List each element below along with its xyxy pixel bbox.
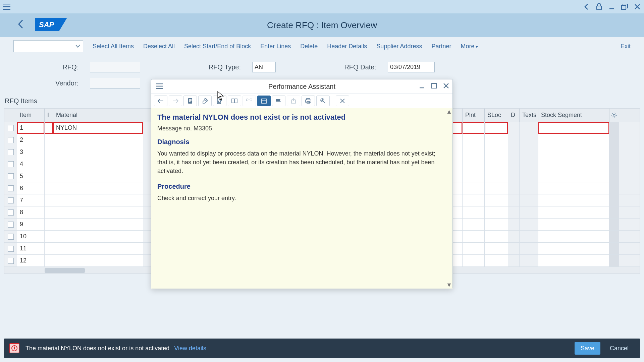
cell-stock[interactable]: [538, 146, 609, 158]
col-stock[interactable]: Stock Segment: [538, 109, 609, 122]
row-select[interactable]: [4, 194, 17, 206]
dialog-titlebar[interactable]: Performance Assistant: [151, 79, 452, 94]
command-combo[interactable]: [13, 40, 83, 52]
col-material[interactable]: Material: [53, 109, 143, 122]
dlg-export-icon[interactable]: [287, 96, 300, 106]
cell-texts[interactable]: [520, 134, 538, 146]
col-item[interactable]: Item: [17, 109, 45, 122]
delete-button[interactable]: Delete: [300, 43, 318, 50]
cell-stock[interactable]: [538, 170, 609, 182]
cell-d[interactable]: [508, 231, 520, 242]
cell-material[interactable]: [53, 182, 143, 194]
cell-material[interactable]: [53, 255, 143, 266]
minimize-icon[interactable]: [608, 3, 616, 11]
cell-item[interactable]: 10: [17, 231, 45, 242]
dlg-bookmark-icon[interactable]: [228, 96, 241, 106]
cell-sloc[interactable]: [485, 122, 508, 134]
rfq-type-input[interactable]: AN: [252, 62, 276, 72]
dialog-maximize-icon[interactable]: [431, 83, 437, 90]
cell-stock[interactable]: [538, 206, 609, 218]
select-all-header[interactable]: [4, 109, 17, 122]
close-icon[interactable]: [633, 3, 641, 11]
cell-material[interactable]: [53, 134, 143, 146]
row-select[interactable]: [4, 170, 17, 182]
cell-d[interactable]: [508, 255, 520, 266]
cell-i[interactable]: [45, 122, 53, 134]
cell-material[interactable]: [53, 158, 143, 170]
dlg-back-icon[interactable]: [154, 96, 167, 106]
cell-plnt[interactable]: [463, 170, 485, 182]
cell-material[interactable]: NYLON: [53, 122, 143, 134]
cell-material[interactable]: [53, 194, 143, 206]
dlg-link-icon[interactable]: [243, 96, 256, 106]
cell-texts[interactable]: [520, 231, 538, 242]
dialog-close-icon[interactable]: [443, 83, 449, 90]
cell-d[interactable]: [508, 182, 520, 194]
supplier-address-button[interactable]: Supplier Address: [376, 43, 422, 50]
cell-item[interactable]: 2: [17, 134, 45, 146]
cell-item[interactable]: 7: [17, 194, 45, 206]
cell-d[interactable]: [508, 243, 520, 254]
cell-texts[interactable]: [520, 170, 538, 182]
cell-item[interactable]: 12: [17, 255, 45, 266]
menu-icon[interactable]: [3, 3, 11, 11]
cell-sloc[interactable]: [485, 194, 508, 206]
row-select[interactable]: [4, 231, 17, 242]
select-all-button[interactable]: Select All Items: [93, 43, 134, 50]
cell-plnt[interactable]: [463, 194, 485, 206]
cell-texts[interactable]: [520, 146, 538, 158]
col-sloc[interactable]: SLoc: [485, 109, 508, 122]
col-i[interactable]: I: [45, 109, 53, 122]
dlg-flag-icon[interactable]: [272, 96, 285, 106]
back-icon[interactable]: [17, 19, 24, 31]
cell-d[interactable]: [508, 194, 520, 206]
dlg-dismiss-icon[interactable]: [336, 96, 349, 106]
cell-material[interactable]: [53, 146, 143, 158]
cell-i[interactable]: [45, 158, 53, 170]
cell-texts[interactable]: [520, 182, 538, 194]
cell-d[interactable]: [508, 146, 520, 158]
cell-i[interactable]: [45, 255, 53, 266]
dialog-menu-icon[interactable]: [156, 83, 163, 90]
cell-stock[interactable]: [538, 194, 609, 206]
row-select[interactable]: [4, 206, 17, 218]
cell-plnt[interactable]: [463, 231, 485, 242]
cell-item[interactable]: 4: [17, 158, 45, 170]
cell-item[interactable]: 8: [17, 206, 45, 218]
cell-material[interactable]: [53, 231, 143, 242]
cell-d[interactable]: [508, 122, 520, 134]
cell-sloc[interactable]: [485, 231, 508, 242]
cell-i[interactable]: [45, 231, 53, 242]
cell-i[interactable]: [45, 134, 53, 146]
cell-material[interactable]: [53, 219, 143, 230]
cell-sloc[interactable]: [485, 243, 508, 254]
restore-icon[interactable]: [621, 3, 629, 11]
cell-i[interactable]: [45, 146, 53, 158]
row-select[interactable]: [4, 134, 17, 146]
cell-d[interactable]: [508, 170, 520, 182]
cell-stock[interactable]: [538, 122, 609, 134]
scroll-up-icon[interactable]: ▲: [446, 108, 452, 115]
row-select[interactable]: [4, 182, 17, 194]
select-block-button[interactable]: Select Start/End of Block: [184, 43, 251, 50]
row-select[interactable]: [4, 219, 17, 230]
cell-stock[interactable]: [538, 182, 609, 194]
cell-sloc[interactable]: [485, 170, 508, 182]
dlg-edit-icon[interactable]: [213, 96, 226, 106]
partner-button[interactable]: Partner: [431, 43, 451, 50]
cell-sloc[interactable]: [485, 146, 508, 158]
cell-texts[interactable]: [520, 122, 538, 134]
row-select[interactable]: [4, 255, 17, 266]
cell-d[interactable]: [508, 206, 520, 218]
row-select[interactable]: [4, 158, 17, 170]
view-details-link[interactable]: View details: [174, 345, 206, 352]
cell-material[interactable]: [53, 206, 143, 218]
dialog-grip[interactable]: ••••: [299, 108, 305, 109]
table-settings-icon[interactable]: [609, 109, 619, 122]
cell-texts[interactable]: [520, 243, 538, 254]
col-texts[interactable]: Texts: [520, 109, 538, 122]
cell-texts[interactable]: [520, 255, 538, 266]
cell-d[interactable]: [508, 134, 520, 146]
cell-plnt[interactable]: [463, 182, 485, 194]
cell-d[interactable]: [508, 219, 520, 230]
